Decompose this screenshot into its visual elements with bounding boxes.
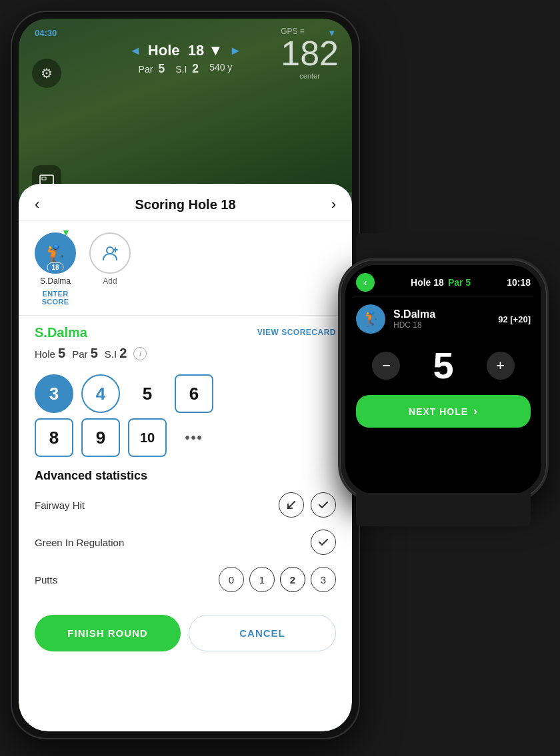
advanced-title: Advanced statistics <box>35 469 336 483</box>
hole-title: Hole 18 ▼ <box>148 42 223 59</box>
player-name-label: S.Dalma <box>40 276 71 286</box>
scoring-prev-btn[interactable]: ‹ <box>35 196 39 213</box>
green-label: Green In Regulation <box>35 537 124 548</box>
putts-label: Putts <box>35 574 57 585</box>
watch-player-icon: 🏌 <box>362 310 380 328</box>
view-scorecard-btn[interactable]: VIEW SCORECARD <box>257 328 336 337</box>
scoring-next-btn[interactable]: › <box>331 196 336 213</box>
watch-hole-info: Hole 18 Par 5 <box>411 277 471 288</box>
watch-player-info: S.Dalma HDC 18 <box>393 308 490 330</box>
player-sdalma[interactable]: 🏌 18 S.Dalma ENTERSCORE <box>35 232 76 306</box>
par-info: Par 5 <box>139 62 165 76</box>
status-time: 04:30 <box>35 28 57 38</box>
phone-screen: 04:30 ▼ ◄ Hole 18 ▼ ► Par 5 S.I <box>19 19 352 731</box>
score-9[interactable]: 9 <box>81 418 120 457</box>
watch-top-bar: ‹ Hole 18 Par 5 10:18 <box>345 265 541 296</box>
map-area: 04:30 ▼ ◄ Hole 18 ▼ ► Par 5 S.I <box>19 19 352 192</box>
green-row: Green In Regulation <box>35 530 336 555</box>
putt-2[interactable]: 2 <box>280 567 305 592</box>
player-detail-name: S.Dalma <box>35 325 87 340</box>
phone: 04:30 ▼ ◄ Hole 18 ▼ ► Par 5 S.I <box>12 12 359 738</box>
watch-avatar: 🏌 <box>356 304 385 334</box>
hole-badge: 18 <box>47 262 63 272</box>
fairway-label: Fairway Hit <box>35 500 85 511</box>
watch-score-badge: 92 [+20] <box>498 314 531 324</box>
finish-round-button[interactable]: FINISH ROUND <box>35 615 181 651</box>
gps-number: 182 <box>281 36 339 71</box>
watch-next-hole-btn[interactable]: NEXT HOLE › <box>356 395 531 428</box>
gps-center-label: center <box>281 72 339 80</box>
score-10[interactable]: 10 <box>128 418 167 457</box>
gear-icon[interactable]: ⚙ <box>32 59 61 88</box>
add-label: Add <box>103 276 117 286</box>
scoring-header: ‹ Scoring Hole 18 › <box>19 184 352 220</box>
gps-badge: GPS ≡ 182 center <box>281 27 339 80</box>
hole-stats: Hole 5 Par 5 S.I 2 i <box>35 346 336 361</box>
watch-screen: ‹ Hole 18 Par 5 10:18 🏌 S.Dalma HDC 18 9… <box>345 265 541 494</box>
info-icon[interactable]: i <box>133 347 147 360</box>
putt-0[interactable]: 0 <box>219 567 244 592</box>
svg-line-5 <box>288 502 295 508</box>
watch-body: ‹ Hole 18 Par 5 10:18 🏌 S.Dalma HDC 18 9… <box>340 260 547 500</box>
svg-point-2 <box>107 247 113 254</box>
watch-score-num: 5 <box>433 347 453 384</box>
add-avatar-icon <box>89 232 131 274</box>
score-6[interactable]: 6 <box>175 374 213 413</box>
watch-minus-btn[interactable]: − <box>372 352 400 380</box>
watch: ‹ Hole 18 Par 5 10:18 🏌 S.Dalma HDC 18 9… <box>340 260 547 500</box>
enter-score-label: ENTERSCORE <box>42 290 69 306</box>
si-info: S.I 2 <box>175 62 199 76</box>
putt-3[interactable]: 3 <box>311 567 336 592</box>
cancel-button[interactable]: CANCEL <box>189 615 336 651</box>
score-8[interactable]: 8 <box>35 418 73 457</box>
distance-info: 540 y <box>209 62 232 76</box>
fairway-check-btn[interactable] <box>311 492 336 518</box>
player-row: ▼ 🏌 18 S.Dalma ENTERSCORE <box>19 220 352 316</box>
putts-row: Putts 0 1 2 3 <box>35 567 336 592</box>
green-check-btn[interactable] <box>311 530 336 555</box>
fairway-left-btn[interactable] <box>279 492 304 518</box>
watch-plus-btn[interactable]: + <box>487 352 515 380</box>
score-3[interactable]: 3 <box>35 374 73 413</box>
scoring-title: Scoring Hole 18 <box>135 197 235 212</box>
fairway-row: Fairway Hit <box>35 492 336 518</box>
putt-1[interactable]: 1 <box>249 567 275 592</box>
score-grid: 3 4 5 6 <box>19 366 352 418</box>
putts-selector: 0 1 2 3 <box>219 567 336 592</box>
scoring-panel: ‹ Scoring Hole 18 › ▼ 🏌 18 S.Dalma ENTER… <box>19 184 352 731</box>
score-grid-2: 8 9 10 ••• <box>19 418 352 462</box>
hole-next-btn[interactable]: ► <box>229 44 241 58</box>
watch-player-name: S.Dalma <box>393 308 490 320</box>
score-more[interactable]: ••• <box>175 418 213 457</box>
hole-prev-btn[interactable]: ◄ <box>129 44 141 58</box>
advanced-stats: Advanced statistics Fairway Hit <box>19 462 352 592</box>
svg-rect-1 <box>42 177 46 180</box>
watch-hole-label: Hole 18 <box>411 277 444 288</box>
player-detail: S.Dalma VIEW SCORECARD Hole 5 Par 5 S.I … <box>19 316 352 366</box>
watch-band-bottom <box>356 493 531 526</box>
watch-back-btn[interactable]: ‹ <box>356 273 375 292</box>
action-buttons: FINISH ROUND CANCEL <box>19 604 352 667</box>
watch-score-row: − 5 + <box>345 342 541 392</box>
watch-player-row: 🏌 S.Dalma HDC 18 92 [+20] <box>345 296 541 342</box>
add-player[interactable]: Add <box>89 232 131 286</box>
watch-player-hdc: HDC 18 <box>393 320 490 330</box>
watch-time: 10:18 <box>507 277 531 288</box>
score-4[interactable]: 4 <box>81 374 120 413</box>
score-5[interactable]: 5 <box>128 374 167 413</box>
watch-par-label: Par 5 <box>448 277 471 288</box>
player-avatar: 🏌 18 <box>35 232 76 274</box>
